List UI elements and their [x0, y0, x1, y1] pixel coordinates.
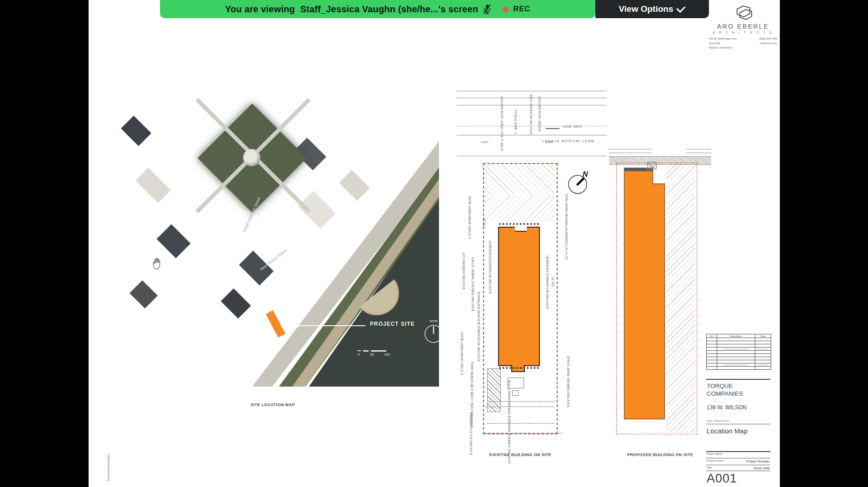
address-placeholder: Enter address here — [707, 419, 730, 422]
project-number-value: Project Number — [746, 459, 770, 463]
project-name: 139 W. WILSON — [707, 404, 747, 411]
proposed-plan-caption: PROPOSED BUILDING ON SITE — [609, 452, 711, 457]
hatched-vestibule — [647, 162, 657, 169]
divider — [706, 458, 770, 458]
site-line — [483, 433, 563, 433]
plan-dimension: 254.30' — [551, 276, 554, 287]
aro-eberle-logo-icon — [733, 4, 753, 22]
view-options-button[interactable]: View Options — [595, 0, 709, 18]
divider — [706, 379, 770, 380]
plan-annotation: 2 - BIKE STALLS — [514, 109, 517, 134]
street-line — [457, 91, 607, 91]
divider — [706, 451, 770, 452]
project-site-dot — [281, 323, 286, 328]
project-status-label: Project Status — [707, 452, 722, 455]
drainage-line — [489, 401, 554, 402]
plan-annotation: 'STOP' & 'EXIT ONLY' SIGN ON POST — [500, 96, 504, 152]
existing-site-plan: WEST WILSON STREET ONE WAY 'STOP' & 'EXI… — [457, 83, 607, 451]
project-site-leader-line — [284, 325, 365, 326]
hatched-area — [487, 368, 501, 412]
date-label: Date — [707, 466, 712, 470]
curb-line — [457, 156, 607, 156]
street-line — [457, 135, 607, 135]
plan-annotation: EXISTING BITUMINOUS PAVEMENT — [546, 255, 549, 308]
revision-table: No. Description Date — [706, 334, 771, 370]
equipment-pad — [512, 390, 519, 396]
project-site-label: PROJECT SITE — [370, 321, 415, 327]
firm-subtitle: A R C H I T E C T S — [709, 31, 777, 34]
hand-cursor — [152, 257, 164, 272]
map-building — [298, 191, 335, 229]
firm-logo-block: ARO EBERLE A R C H I T E C T S 433 W. Wa… — [709, 4, 777, 50]
recording-dot — [503, 6, 509, 12]
firm-address: 433 W. Washington Ave. Suite 400 Madison… — [709, 37, 738, 50]
tree-row — [499, 223, 539, 225]
capitol-dome — [243, 149, 260, 166]
plan-annotation: EXISTING PRECAST WHEEL STOPS — [471, 257, 474, 311]
drainage-line — [487, 423, 554, 424]
hatched-easement — [666, 164, 695, 432]
project-number-label: Project number — [707, 459, 723, 463]
sheet-title: Location Map — [707, 427, 748, 435]
plan-annotation: EXISTING PARKING RAMP SCALE — [567, 356, 570, 407]
street-line — [686, 149, 711, 149]
firm-contact: (608) 204-7464 AroEberle.com — [759, 37, 777, 50]
map-scale-bar: 0'80'160' — [358, 350, 390, 356]
issue-date-value: Issue Date — [753, 466, 770, 470]
divider — [706, 465, 770, 465]
divider — [706, 471, 770, 471]
street-line — [686, 153, 711, 153]
mic-muted-icon — [483, 4, 492, 15]
tree-row — [499, 367, 539, 369]
plan-dimension: 251.97' — [483, 217, 486, 228]
plan-annotation: 'ENTER' SIGN ON POST — [538, 96, 541, 132]
north-letter: N — [583, 170, 588, 179]
parking-stalls — [485, 195, 554, 221]
site-location-map-image: South Hamilton Street West Wilson Street… — [105, 94, 439, 387]
parking-stalls — [485, 166, 554, 194]
plan-annotation: EXISTING BITUMINOUS PAVEMENT — [489, 240, 492, 293]
map-building — [130, 280, 158, 308]
plan-annotation: 3 STORY APARTMENT BLDG — [468, 196, 471, 239]
view-options-label: View Options — [619, 4, 673, 14]
plan-north-compass: N — [567, 174, 588, 197]
proposed-building-footprint — [624, 168, 665, 419]
street-line — [609, 149, 652, 149]
firm-name: ARO EBERLE — [709, 23, 777, 30]
plan-annotation: EXISTING AUTO GUARDRAIL — [469, 411, 473, 455]
map-caption: SITE LOCATION MAP — [245, 403, 300, 407]
proposed-site-plan — [609, 145, 711, 440]
chevron-down-icon — [676, 4, 686, 13]
street-label-west-wilson: West Wilson Street — [259, 248, 288, 272]
site-line — [485, 407, 554, 407]
plan-annotation: EXISTING BUILDING SIGN — [529, 94, 533, 134]
plan-annotation: 20'-0" HT CONCRETE PARKING RAMP WALL — [565, 193, 568, 259]
map-building — [339, 170, 370, 201]
one-way-arrow — [546, 128, 559, 129]
plan-annotation: EXIST. — [481, 141, 489, 144]
existing-plan-caption: EXISITNG BUILDING ON SITE — [473, 452, 568, 457]
map-building — [239, 251, 274, 285]
plan-annotation: EXIST. — [546, 141, 554, 144]
rec-label: REC — [513, 5, 530, 14]
sheet-number: A001 — [707, 472, 737, 486]
screen-share-banner: You are viewing Staff_Jessica Vaughn (sh… — [160, 0, 595, 18]
plan-annotation: EXISTING SURFACE DRAINAGE PER RAILROAD R… — [508, 379, 511, 463]
street-line — [609, 153, 652, 153]
plan-annotation: EXISTING PARKING LOT — [462, 252, 465, 289]
client-name: TORQUE COMPANIES — [707, 383, 752, 398]
map-north-compass: North — [424, 319, 439, 344]
plan-annotation: EXISTING ACCESSIBLE BUILDING ENTRANCE — [477, 291, 480, 361]
sheet-edge-stamp — [108, 454, 110, 481]
building-notch — [515, 225, 527, 232]
existing-building-footprint — [498, 227, 540, 366]
divider — [706, 424, 770, 424]
map-building — [121, 115, 151, 146]
plan-annotation: 9 STORY APARTMENT BLDG — [460, 332, 464, 375]
map-building — [135, 168, 171, 203]
one-way-label: ONE WAY — [562, 125, 582, 128]
map-building — [221, 288, 251, 318]
viewing-text: You are viewing Staff_Jessica Vaughn (sh… — [225, 4, 478, 15]
map-building — [157, 224, 191, 258]
